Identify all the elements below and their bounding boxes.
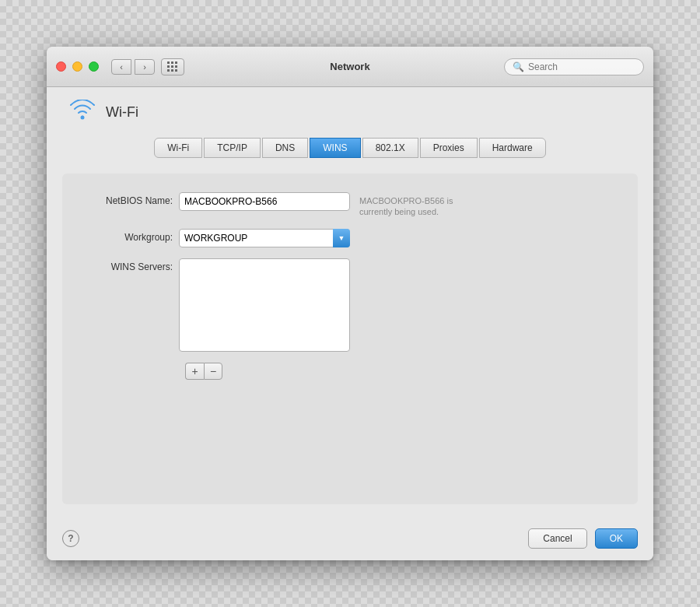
- wifi-title: Wi-Fi: [106, 104, 138, 121]
- titlebar: ‹ › Network 🔍: [47, 47, 653, 87]
- nav-buttons: ‹ ›: [111, 59, 155, 75]
- workgroup-select[interactable]: WORKGROUP: [179, 229, 350, 247]
- search-input[interactable]: [528, 61, 635, 72]
- netbios-row: NetBIOS Name: MACBOOKPRO-B566 is current…: [78, 192, 622, 218]
- grid-button[interactable]: [161, 58, 184, 75]
- tab-8021x[interactable]: 802.1X: [362, 138, 418, 158]
- wifi-header: Wi-Fi: [62, 100, 638, 125]
- netbios-hint: MACBOOKPRO-B566 is currently being used.: [359, 192, 476, 218]
- tab-proxies[interactable]: Proxies: [420, 138, 478, 158]
- close-button[interactable]: [56, 61, 66, 72]
- tab-hardware[interactable]: Hardware: [479, 138, 546, 158]
- netbios-input[interactable]: [179, 192, 350, 211]
- search-box[interactable]: 🔍: [504, 58, 644, 75]
- bottom-actions: Cancel OK: [528, 528, 638, 549]
- back-button[interactable]: ‹: [111, 59, 131, 75]
- wins-servers-textarea[interactable]: [179, 258, 350, 352]
- wifi-icon: [68, 100, 96, 125]
- workgroup-select-wrapper: WORKGROUP ▼: [179, 229, 350, 247]
- tab-dns[interactable]: DNS: [262, 138, 308, 158]
- ok-button[interactable]: OK: [595, 528, 638, 549]
- add-remove-group: + −: [185, 363, 622, 380]
- tab-tcpip[interactable]: TCP/IP: [204, 138, 261, 158]
- grid-icon: [167, 61, 178, 72]
- search-icon: 🔍: [513, 61, 524, 72]
- bottom-bar: ? Cancel OK: [47, 517, 653, 560]
- tabs-container: Wi-Fi TCP/IP DNS WINS 802.1X Proxies Har…: [62, 138, 638, 158]
- remove-server-button[interactable]: −: [204, 363, 222, 380]
- cancel-button[interactable]: Cancel: [528, 528, 586, 549]
- workgroup-row: Workgroup: WORKGROUP ▼: [78, 229, 622, 247]
- workgroup-label: Workgroup:: [78, 229, 179, 243]
- minimize-button[interactable]: [72, 61, 82, 72]
- content-area: Wi-Fi Wi-Fi TCP/IP DNS WINS 802.1X Proxi…: [47, 87, 653, 517]
- add-server-button[interactable]: +: [185, 363, 204, 380]
- tab-wifi[interactable]: Wi-Fi: [154, 138, 202, 158]
- network-window: ‹ › Network 🔍: [47, 47, 653, 560]
- maximize-button[interactable]: [89, 61, 99, 72]
- svg-point-0: [81, 116, 85, 120]
- forward-button[interactable]: ›: [135, 59, 155, 75]
- wins-form: NetBIOS Name: MACBOOKPRO-B566 is current…: [62, 174, 638, 504]
- help-button[interactable]: ?: [62, 530, 79, 547]
- window-title: Network: [330, 61, 369, 72]
- wins-servers-label: WINS Servers:: [78, 258, 179, 272]
- netbios-label: NetBIOS Name:: [78, 192, 179, 206]
- wins-servers-row: WINS Servers:: [78, 258, 622, 352]
- tab-wins[interactable]: WINS: [310, 138, 360, 158]
- traffic-lights: [56, 61, 99, 72]
